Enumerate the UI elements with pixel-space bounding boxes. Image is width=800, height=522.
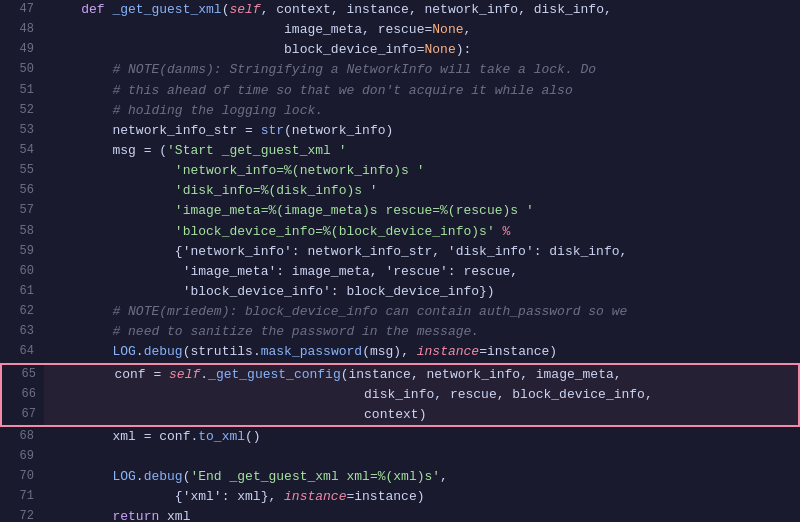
code-line: 56 'disk_info=%(disk_info)s '	[0, 181, 800, 201]
code-line: 60 'image_meta': image_meta, 'rescue': r…	[0, 262, 800, 282]
code-line: 67 context)	[0, 405, 800, 427]
line-content: 'image_meta': image_meta, 'rescue': resc…	[42, 262, 800, 282]
line-content: # NOTE(mriedem): block_device_info can c…	[42, 302, 800, 322]
code-line: 58 'block_device_info=%(block_device_inf…	[0, 222, 800, 242]
line-content: # NOTE(danms): Stringifying a NetworkInf…	[42, 60, 800, 80]
line-number: 60	[0, 262, 42, 282]
line-content: LOG.debug(strutils.mask_password(msg), i…	[42, 342, 800, 362]
code-line: 50 # NOTE(danms): Stringifying a Network…	[0, 60, 800, 80]
line-content: image_meta, rescue=None,	[42, 20, 800, 40]
line-content	[42, 447, 800, 467]
line-number: 54	[0, 141, 42, 161]
code-line: 53 network_info_str = str(network_info)	[0, 121, 800, 141]
code-line: 59 {'network_info': network_info_str, 'd…	[0, 242, 800, 262]
code-line: 48 image_meta, rescue=None,	[0, 20, 800, 40]
code-line: 68 xml = conf.to_xml()	[0, 427, 800, 447]
line-number: 53	[0, 121, 42, 141]
code-line: 66 disk_info, rescue, block_device_info,	[0, 385, 800, 405]
code-line: 61 'block_device_info': block_device_inf…	[0, 282, 800, 302]
line-content: 'block_device_info=%(block_device_info)s…	[42, 222, 800, 242]
line-content: context)	[44, 405, 798, 425]
line-number: 66	[2, 385, 44, 405]
line-number: 57	[0, 201, 42, 221]
line-content: xml = conf.to_xml()	[42, 427, 800, 447]
code-line: 54 msg = ('Start _get_guest_xml '	[0, 141, 800, 161]
line-content: 'image_meta=%(image_meta)s rescue=%(resc…	[42, 201, 800, 221]
line-number: 72	[0, 507, 42, 522]
line-number: 61	[0, 282, 42, 302]
code-line: 71 {'xml': xml}, instance=instance)	[0, 487, 800, 507]
line-number: 56	[0, 181, 42, 201]
code-line: 72 return xml	[0, 507, 800, 522]
line-number: 62	[0, 302, 42, 322]
line-content: LOG.debug('End _get_guest_xml xml=%(xml)…	[42, 467, 800, 487]
line-content: conf = self._get_guest_config(instance, …	[44, 365, 798, 385]
line-number: 47	[0, 0, 42, 20]
line-number: 50	[0, 60, 42, 80]
code-line: 51 # this ahead of time so that we don't…	[0, 81, 800, 101]
line-number: 48	[0, 20, 42, 40]
line-content: 'block_device_info': block_device_info})	[42, 282, 800, 302]
line-number: 68	[0, 427, 42, 447]
line-content: disk_info, rescue, block_device_info,	[44, 385, 798, 405]
line-number: 67	[2, 405, 44, 425]
code-line: 57 'image_meta=%(image_meta)s rescue=%(r…	[0, 201, 800, 221]
line-number: 63	[0, 322, 42, 342]
line-number: 64	[0, 342, 42, 362]
line-number: 49	[0, 40, 42, 60]
code-line: 62 # NOTE(mriedem): block_device_info ca…	[0, 302, 800, 322]
code-line: 47 def _get_guest_xml(self, context, ins…	[0, 0, 800, 20]
line-content: # holding the logging lock.	[42, 101, 800, 121]
code-line: 49 block_device_info=None):	[0, 40, 800, 60]
code-line: 63 # need to sanitize the password in th…	[0, 322, 800, 342]
line-content: return xml	[42, 507, 800, 522]
code-line: 69	[0, 447, 800, 467]
line-number: 70	[0, 467, 42, 487]
line-content: {'xml': xml}, instance=instance)	[42, 487, 800, 507]
line-number: 65	[2, 365, 44, 385]
line-content: {'network_info': network_info_str, 'disk…	[42, 242, 800, 262]
line-number: 71	[0, 487, 42, 507]
code-line: 65 conf = self._get_guest_config(instanc…	[0, 363, 800, 385]
line-content: def _get_guest_xml(self, context, instan…	[42, 0, 800, 20]
line-number: 69	[0, 447, 42, 467]
line-number: 51	[0, 81, 42, 101]
line-content: block_device_info=None):	[42, 40, 800, 60]
code-line: 55 'network_info=%(network_info)s '	[0, 161, 800, 181]
line-content: msg = ('Start _get_guest_xml '	[42, 141, 800, 161]
line-content: network_info_str = str(network_info)	[42, 121, 800, 141]
line-number: 58	[0, 222, 42, 242]
line-number: 52	[0, 101, 42, 121]
code-line: 70 LOG.debug('End _get_guest_xml xml=%(x…	[0, 467, 800, 487]
code-editor: 47 def _get_guest_xml(self, context, ins…	[0, 0, 800, 522]
code-line: 52 # holding the logging lock.	[0, 101, 800, 121]
line-number: 55	[0, 161, 42, 181]
line-content: # this ahead of time so that we don't ac…	[42, 81, 800, 101]
line-content: 'network_info=%(network_info)s '	[42, 161, 800, 181]
line-content: # need to sanitize the password in the m…	[42, 322, 800, 342]
line-number: 59	[0, 242, 42, 262]
code-line: 64 LOG.debug(strutils.mask_password(msg)…	[0, 342, 800, 362]
line-content: 'disk_info=%(disk_info)s '	[42, 181, 800, 201]
